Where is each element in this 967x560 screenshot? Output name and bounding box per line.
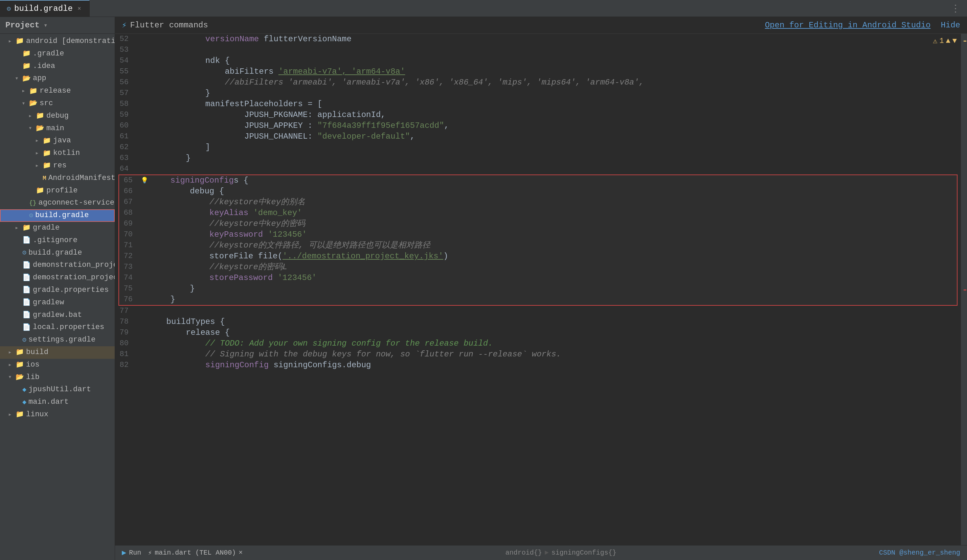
tree-item-9[interactable]: ▸📁kotlin — [0, 147, 115, 160]
code-line: 60 JPUSH_APPKEY : "7f684a39ff1f95ef1657a… — [115, 120, 961, 131]
line-number: 53 — [115, 44, 135, 56]
tree-label: release — [40, 86, 71, 96]
tree-item-19[interactable]: 📄demostration_project_key.jks — [0, 272, 115, 284]
line-number: 61 — [115, 131, 135, 142]
tree-label: .gitignore — [33, 236, 78, 246]
tree-item-13[interactable]: {}agconnect-services.json — [0, 197, 115, 209]
warning-up-arrow[interactable]: ▲ — [946, 37, 950, 45]
tree-label: .idea — [33, 61, 55, 72]
tree-item-23[interactable]: 📄local.properties — [0, 321, 115, 334]
tree-item-3[interactable]: ▾📂app — [0, 72, 115, 85]
tree-item-5[interactable]: ▾📂src — [0, 97, 115, 110]
tab-close-button[interactable]: × — [76, 5, 83, 13]
tree-arrow: ▸ — [15, 224, 22, 232]
tab-more-button[interactable]: ⋮ — [951, 3, 960, 14]
code-line: 68 keyAlias 'demo_key' — [119, 208, 957, 219]
gutter-mark-warning — [964, 41, 966, 41]
tree-item-7[interactable]: ▾📂main — [0, 122, 115, 135]
tree-item-10[interactable]: ▸📁res — [0, 160, 115, 172]
tree-item-16[interactable]: 📄.gitignore — [0, 234, 115, 247]
tree-label: .gradle — [33, 49, 64, 59]
tree-item-12[interactable]: 📁profile — [0, 184, 115, 197]
file-status-close[interactable]: × — [239, 549, 243, 557]
warning-down-arrow[interactable]: ▼ — [952, 37, 957, 45]
tree-item-2[interactable]: 📁.idea — [0, 60, 115, 73]
line-number: 70 — [119, 229, 139, 240]
sidebar-tree[interactable]: ▸📁android [demonstration_project_android… — [0, 34, 115, 560]
tree-item-17[interactable]: ⚙build.gradle — [0, 247, 115, 259]
tree-item-29[interactable]: ◆main.dart — [0, 396, 115, 408]
tree-item-8[interactable]: ▸📁java — [0, 135, 115, 147]
tree-item-28[interactable]: ◆jpushUtil.dart — [0, 384, 115, 396]
tree-item-11[interactable]: MAndroidManifest.xml — [0, 172, 115, 184]
tree-icon: 📄 — [22, 285, 31, 295]
tree-icon: 📄 — [22, 236, 31, 245]
tree-item-20[interactable]: 📄gradle.properties — [0, 284, 115, 296]
line-content: storeFile file('../demostration_project_… — [150, 251, 957, 262]
code-line: 82 signingConfig signingConfigs.debug — [115, 360, 961, 371]
tree-item-24[interactable]: ⚙settings.gradle — [0, 334, 115, 346]
line-content: buildTypes { — [145, 316, 961, 327]
line-content: debug { — [150, 186, 957, 197]
code-line: 72 storeFile file('../demostration_proje… — [119, 251, 957, 262]
code-editor[interactable]: 52 versionName flutterVersionName5354 nd… — [115, 34, 961, 545]
tree-item-22[interactable]: 📄gradlew.bat — [0, 309, 115, 321]
tree-arrow: ▸ — [28, 112, 36, 120]
flutter-icon: ⚡ — [122, 20, 127, 30]
tree-item-15[interactable]: ▸📁gradle — [0, 222, 115, 234]
code-line: 76 } — [119, 294, 957, 306]
line-content: } — [150, 294, 957, 305]
tree-item-30[interactable]: ▸📁linux — [0, 408, 115, 421]
tree-label: local.properties — [33, 322, 104, 333]
tree-icon: 📄 — [22, 261, 31, 270]
breadcrumb-sep: ► — [545, 549, 549, 557]
hide-banner-button[interactable]: Hide — [941, 21, 960, 30]
tree-icon: ◆ — [22, 385, 26, 395]
line-number: 72 — [119, 251, 139, 262]
line-content: JPUSH_APPKEY : "7f684a39ff1f95ef1657acdd… — [145, 120, 961, 131]
tree-item-0[interactable]: ▸📁android [demonstration_project_android… — [0, 35, 115, 48]
line-content: //keystore中key的别名 — [150, 197, 957, 208]
warning-count: 1 — [939, 37, 944, 45]
line-number: 81 — [115, 349, 135, 360]
line-number: 54 — [115, 56, 135, 66]
line-number: 52 — [115, 34, 135, 44]
code-line: 58 manifestPlaceholders = [ — [115, 99, 961, 110]
run-label: Run — [129, 549, 141, 557]
open-android-studio-link[interactable]: Open for Editing in Android Studio — [765, 21, 931, 30]
line-number: 80 — [115, 338, 135, 349]
tree-arrow: ▸ — [21, 87, 29, 96]
tree-label: ios — [26, 360, 40, 370]
tab-build-gradle[interactable]: ⚙ build.gradle × — [0, 0, 90, 16]
tree-item-21[interactable]: 📄gradlew — [0, 296, 115, 309]
line-number: 66 — [119, 186, 139, 197]
sidebar-dropdown-icon[interactable]: ▾ — [44, 21, 48, 30]
tree-item-1[interactable]: 📁.gradle — [0, 48, 115, 60]
tree-item-26[interactable]: ▸📁ios — [0, 359, 115, 371]
tree-item-27[interactable]: ▾📂lib — [0, 371, 115, 384]
tree-icon: 📁 — [43, 161, 51, 170]
code-line: 71 //keystore的文件路径, 可以是绝对路径也可以是相对路径 — [119, 240, 957, 251]
line-content: ndk { — [145, 56, 961, 66]
tree-item-4[interactable]: ▸📁release — [0, 85, 115, 97]
tree-item-25[interactable]: ▸📁build — [0, 346, 115, 359]
tree-item-18[interactable]: 📄demonstration_project_android.iml — [0, 259, 115, 272]
tree-arrow: ▸ — [8, 410, 16, 419]
code-line: 53 — [115, 44, 961, 56]
code-line: 77 — [115, 306, 961, 316]
tree-label: app — [33, 73, 46, 84]
file-status[interactable]: ⚡ main.dart (TEL AN00) × — [148, 548, 243, 557]
code-line: 56 //abiFilters 'armeabi', 'armeabi-v7a'… — [115, 77, 961, 88]
tree-arrow: ▸ — [35, 161, 43, 170]
breadcrumb-part-2: signingConfigs{} — [551, 549, 617, 557]
code-line: 70 keyPassword '123456' — [119, 229, 957, 240]
tree-item-14[interactable]: ⚙build.gradle — [0, 209, 115, 222]
tree-icon: ⚙ — [22, 248, 26, 258]
tree-item-6[interactable]: ▸📁debug — [0, 110, 115, 122]
line-number: 76 — [119, 294, 139, 305]
warning-badge: ⚠ 1 ▲ ▼ — [933, 36, 957, 46]
tree-label: profile — [46, 186, 78, 196]
line-content: //keystore中key的密码 — [150, 219, 957, 229]
gutter-mark-error — [964, 290, 966, 290]
run-status[interactable]: ▶ Run — [122, 548, 141, 557]
